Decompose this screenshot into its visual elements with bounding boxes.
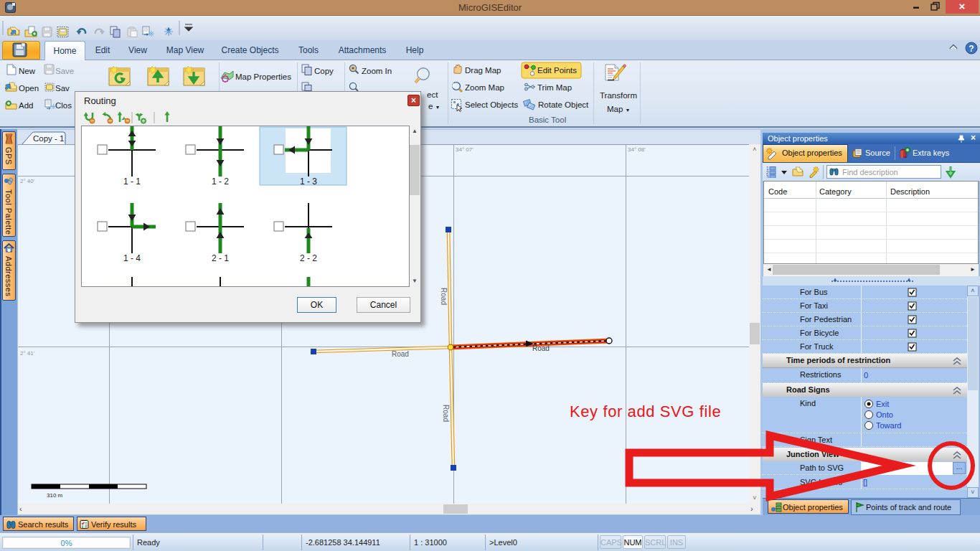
svg-text:Select Objects: Select Objects [465, 100, 518, 109]
svg-text:Trim Map: Trim Map [537, 83, 572, 92]
svg-text:Map Properties: Map Properties [235, 72, 291, 81]
svg-text:Exit: Exit [876, 400, 889, 408]
svg-text:Sav: Sav [55, 84, 70, 93]
svg-text:Transform: Transform [600, 91, 637, 100]
svg-text:Road: Road [440, 288, 448, 305]
svg-text:2° 40': 2° 40' [20, 178, 35, 184]
svg-text:3: 3 [766, 174, 769, 179]
svg-text:1 - 2: 1 - 2 [212, 176, 229, 187]
svg-text:Drag Map: Drag Map [465, 66, 501, 75]
svg-text:Rotate Object: Rotate Object [538, 100, 589, 109]
svg-text:Copy - 1: Copy - 1 [33, 134, 64, 143]
svg-text:Open: Open [19, 84, 39, 93]
svg-text:Road: Road [392, 350, 409, 358]
svg-text:1 - 4: 1 - 4 [123, 253, 141, 263]
svg-text:Road: Road [442, 405, 450, 422]
svg-text:e ▼: e ▼ [428, 102, 440, 110]
svg-text:?: ? [969, 44, 974, 54]
svg-text:Add: Add [19, 101, 33, 110]
svg-text:Toward: Toward [876, 421, 901, 430]
svg-text:310 m: 310 m [47, 492, 63, 499]
svg-text:Copy: Copy [314, 67, 334, 75]
svg-text:1 - 3: 1 - 3 [300, 176, 317, 187]
svg-text:2 - 2: 2 - 2 [300, 253, 317, 263]
svg-text:Clos: Clos [55, 101, 72, 110]
svg-text:Zoom In: Zoom In [362, 67, 392, 75]
svg-text:Edit Points: Edit Points [537, 66, 577, 75]
svg-text:Save: Save [55, 67, 74, 75]
svg-text:Road: Road [532, 344, 550, 352]
svg-text:2 - 1: 2 - 1 [212, 253, 229, 263]
svg-text:34° 08': 34° 08' [628, 146, 646, 153]
svg-text:1 - 1: 1 - 1 [123, 176, 141, 187]
svg-text:Zoom Map: Zoom Map [465, 83, 504, 92]
svg-text:Map ▼: Map ▼ [607, 105, 631, 113]
svg-text:2° 41': 2° 41' [20, 350, 35, 357]
svg-text:34° 07': 34° 07' [456, 146, 473, 153]
svg-text:New: New [19, 67, 36, 75]
svg-text:Onto: Onto [876, 410, 893, 419]
svg-text:ect: ect [427, 90, 438, 99]
svg-text:Basic Tool: Basic Tool [529, 116, 566, 124]
